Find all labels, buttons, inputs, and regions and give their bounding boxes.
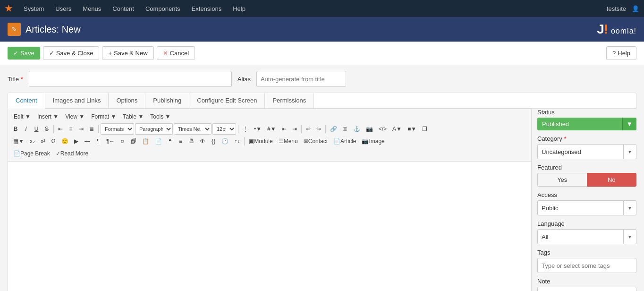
tab-publishing[interactable]: Publishing xyxy=(145,93,189,108)
language-caret[interactable]: ▼ xyxy=(624,229,636,244)
status-section: Status Published ▼ xyxy=(537,109,636,130)
image-insert-button[interactable]: 📷 Image xyxy=(359,136,387,147)
nav-item-users[interactable]: Users xyxy=(51,3,76,14)
editor-body[interactable] xyxy=(8,162,531,291)
nav-logo[interactable]: ★ xyxy=(5,3,12,14)
article-insert-button[interactable]: 📄 Article xyxy=(331,136,358,147)
contact-insert-button[interactable]: ✉ Contact xyxy=(301,136,330,147)
cancel-button[interactable]: ✕ Cancel xyxy=(157,46,195,60)
bullet-list-button[interactable]: •▼ xyxy=(252,123,264,135)
table-insert-button[interactable]: ▦▼ xyxy=(11,136,26,147)
formats-select[interactable]: Formats xyxy=(101,123,134,135)
columns-button[interactable]: ⋮ xyxy=(240,123,251,135)
special-char-button[interactable]: Ω xyxy=(49,136,58,147)
italic-button[interactable]: I xyxy=(21,123,31,135)
align-left-button[interactable]: ⇤ xyxy=(56,123,65,135)
nav-item-components[interactable]: Components xyxy=(141,3,185,14)
emoji-button[interactable]: 🙂 xyxy=(59,136,71,147)
highlight-button[interactable]: ■▼ xyxy=(405,123,419,135)
tab-configure-edit[interactable]: Configure Edit Screen xyxy=(189,93,265,108)
module-insert-button[interactable]: ▣ Module xyxy=(246,136,275,147)
tags-input[interactable] xyxy=(537,258,636,273)
print-button[interactable]: 🖶 xyxy=(186,136,196,147)
strikethrough-button[interactable]: S xyxy=(42,123,51,135)
tab-permissions[interactable]: Permissions xyxy=(265,93,314,108)
featured-no-button[interactable]: No xyxy=(587,173,637,187)
undo-button[interactable]: ↩ xyxy=(304,123,313,135)
size-select[interactable]: 12pt xyxy=(212,123,236,135)
charmap-button[interactable]: ⧈ xyxy=(118,136,127,147)
align-right-button[interactable]: ⇥ xyxy=(76,123,86,135)
link-button[interactable]: 🔗 xyxy=(328,123,339,135)
media-button[interactable]: ▶ xyxy=(72,136,81,147)
unlink-button[interactable]: 🔗⃠ xyxy=(340,123,350,135)
paste-button[interactable]: 📋 xyxy=(140,136,152,147)
redo-button[interactable]: ↪ xyxy=(314,123,323,135)
access-select[interactable]: Public xyxy=(537,200,624,215)
page-break-button[interactable]: 📄 Page Break xyxy=(11,148,52,159)
testsite-link[interactable]: testsite xyxy=(607,5,626,12)
note-input[interactable] xyxy=(537,287,636,291)
tools-menu[interactable]: Tools ▼ xyxy=(147,111,173,122)
nav-item-help[interactable]: Help xyxy=(228,3,250,14)
paragraph-select[interactable]: Paragraph xyxy=(135,123,173,135)
edit-menu[interactable]: Edit ▼ xyxy=(11,111,34,122)
save-button[interactable]: ✓ Save xyxy=(8,47,40,60)
nav-item-extensions[interactable]: Extensions xyxy=(187,3,227,14)
source-button[interactable]: ↑↓ xyxy=(232,136,242,147)
blockquote-direction-button[interactable]: ¶← xyxy=(104,136,117,147)
access-caret[interactable]: ▼ xyxy=(624,200,636,215)
code2-button[interactable]: {} xyxy=(209,136,218,147)
tab-options[interactable]: Options xyxy=(109,93,145,108)
hr-button[interactable]: — xyxy=(82,136,93,147)
tab-images-links[interactable]: Images and Links xyxy=(45,93,109,108)
indent-button[interactable]: ⇥ xyxy=(290,123,299,135)
status-caret-button[interactable]: ▼ xyxy=(622,118,636,130)
blockquote-button[interactable]: ❝ xyxy=(165,136,175,147)
paragraph-mark-button[interactable]: ¶ xyxy=(93,136,103,147)
font-select[interactable]: Times Ne... xyxy=(174,123,212,135)
tab-content[interactable]: Content xyxy=(8,93,45,109)
subscript-button[interactable]: x₂ xyxy=(27,136,37,147)
insert-menu[interactable]: Insert ▼ xyxy=(34,111,61,122)
font-color-button[interactable]: A▼ xyxy=(390,123,404,135)
table-menu[interactable]: Table ▼ xyxy=(120,111,146,122)
user-icon[interactable]: 👤 xyxy=(632,5,639,12)
language-select[interactable]: All xyxy=(537,229,624,244)
save-new-button[interactable]: + Save & New xyxy=(102,46,153,60)
page-title: ✎ Articles: New xyxy=(8,23,81,36)
superscript-button[interactable]: x² xyxy=(38,136,48,147)
help-button[interactable]: ? Help xyxy=(606,46,636,60)
featured-label: Featured xyxy=(537,164,636,171)
view-menu[interactable]: View ▼ xyxy=(62,111,87,122)
numbered-list-button[interactable]: #▼ xyxy=(265,123,279,135)
preview-button[interactable]: 👁 xyxy=(197,136,208,147)
save-close-button[interactable]: ✓ Save & Close xyxy=(43,46,100,60)
copy-button[interactable]: 🗐 xyxy=(128,136,139,147)
clock-button[interactable]: 🕐 xyxy=(219,136,231,147)
outdent-button[interactable]: ⇤ xyxy=(280,123,289,135)
format-menu[interactable]: Format ▼ xyxy=(88,111,119,122)
align-justify-button[interactable]: ≣ xyxy=(87,123,96,135)
category-select[interactable]: Uncategorised xyxy=(537,144,624,159)
nav-item-menus[interactable]: Menus xyxy=(78,3,106,14)
menu-insert-button[interactable]: ☰ Menu xyxy=(276,136,300,147)
align-center-button[interactable]: ≡ xyxy=(66,123,76,135)
featured-yes-button[interactable]: Yes xyxy=(537,173,587,187)
fullscreen-button[interactable]: ❐ xyxy=(420,123,430,135)
alias-input[interactable] xyxy=(256,71,346,87)
underline-button[interactable]: U xyxy=(32,123,41,135)
nav-item-content[interactable]: Content xyxy=(108,3,139,14)
title-input[interactable] xyxy=(29,71,232,87)
paste-text-button[interactable]: 📄 xyxy=(153,136,164,147)
status-value-button[interactable]: Published xyxy=(537,118,622,130)
toc-button[interactable]: ≡ xyxy=(176,136,185,147)
image-button[interactable]: 📷 xyxy=(364,123,375,135)
code-button[interactable]: </> xyxy=(376,123,389,135)
editor-format-row: B I U S ⇤ ≡ ⇥ ≣ Formats Paragraph xyxy=(11,123,528,135)
bold-button[interactable]: B xyxy=(11,123,20,135)
category-caret[interactable]: ▼ xyxy=(624,144,636,159)
read-more-button[interactable]: ✓ Read More xyxy=(53,148,91,159)
nav-item-system[interactable]: System xyxy=(19,3,49,14)
anchor-button[interactable]: ⚓ xyxy=(351,123,363,135)
